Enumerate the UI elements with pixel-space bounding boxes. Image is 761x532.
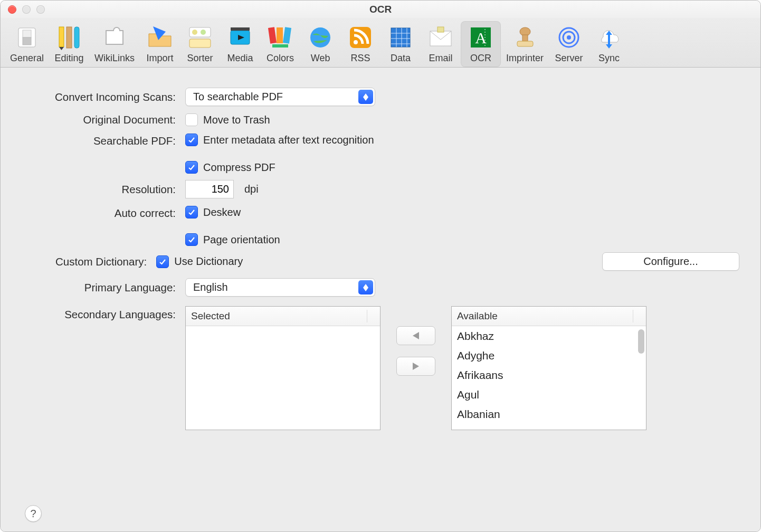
toolbar-item-data[interactable]: Data [380, 21, 421, 67]
popup-arrows-icon [358, 90, 373, 104]
move-to-trash-checkbox[interactable] [185, 113, 198, 126]
svg-marker-40 [606, 44, 612, 49]
list-item[interactable]: Afrikaans [452, 365, 646, 385]
move-right-button[interactable] [396, 357, 435, 376]
label-searchable-pdf: Searchable PDF: [22, 134, 185, 147]
toolbar-item-server[interactable]: Server [549, 21, 589, 67]
list-item[interactable]: Albanian [452, 404, 646, 424]
resolution-unit: dpi [244, 183, 259, 195]
preferences-window: OCR General Editing WikiLinks [0, 0, 761, 532]
switch-icon [12, 24, 42, 51]
svg-marker-41 [363, 93, 368, 97]
label-resolution: Resolution: [22, 183, 185, 196]
deskew-text: Deskew [203, 206, 241, 218]
pencil-ruler-icon [54, 24, 84, 51]
compress-pdf-checkbox[interactable] [185, 161, 198, 174]
toolbar-item-wikilinks[interactable]: WikiLinks [89, 21, 140, 67]
toolbar-item-general[interactable]: General [5, 21, 49, 67]
traffic-lights [1, 5, 45, 14]
list-item[interactable]: Adyghe [452, 346, 646, 365]
svg-rect-6 [74, 27, 79, 48]
toolbar-label: Import [147, 53, 174, 64]
svg-point-20 [354, 40, 358, 44]
toolbar-item-ocr[interactable]: A OCR [461, 21, 501, 67]
list-item[interactable]: Altaic [452, 424, 646, 430]
toolbar-item-import[interactable]: Import [140, 21, 180, 67]
primary-language-popup[interactable]: English [185, 278, 375, 297]
toolbar-item-editing[interactable]: Editing [49, 21, 89, 67]
toolbar-item-email[interactable]: Email [421, 21, 461, 67]
svg-point-38 [567, 35, 571, 40]
toolbar-label: Sorter [187, 53, 213, 64]
toolbar-item-colors[interactable]: Colors [260, 21, 300, 67]
close-window-button[interactable] [8, 5, 16, 14]
available-languages-list[interactable]: Available AbkhazAdygheAfrikaansAgulAlban… [451, 306, 646, 430]
toolbar-item-sync[interactable]: Sync [589, 21, 629, 67]
toolbar-label: Media [227, 53, 253, 64]
toolbar-label: WikiLinks [94, 53, 135, 64]
toolbar-label: Imprinter [506, 53, 544, 64]
toolbar-label: Sync [598, 53, 620, 64]
selected-languages-list[interactable]: Selected [185, 306, 380, 430]
svg-marker-44 [363, 288, 368, 291]
selected-list-header: Selected [186, 307, 380, 326]
svg-rect-35 [517, 41, 533, 46]
svg-marker-46 [413, 363, 419, 370]
label-auto-correct: Auto correct: [22, 206, 185, 220]
label-primary-language: Primary Language: [22, 281, 185, 294]
svg-rect-16 [283, 27, 291, 43]
toolbar-label: Colors [267, 53, 294, 64]
toolbar-label: Data [391, 53, 411, 64]
ocr-icon: A [466, 24, 496, 51]
use-dictionary-checkbox[interactable] [156, 255, 169, 268]
move-to-trash-text: Move to Trash [203, 114, 270, 126]
toolbar-label: Email [429, 53, 453, 64]
configure-button[interactable]: Configure... [602, 252, 739, 271]
label-convert-incoming: Convert Incoming Scans: [22, 91, 185, 103]
svg-rect-17 [272, 44, 288, 48]
enter-metadata-checkbox[interactable] [185, 134, 198, 146]
help-button[interactable]: ? [25, 505, 42, 522]
use-dictionary-text: Use Dictionary [174, 255, 243, 268]
toolbar-label: Web [311, 53, 330, 64]
toolbar-label: OCR [470, 53, 491, 64]
svg-marker-43 [363, 284, 368, 288]
svg-marker-42 [363, 97, 368, 101]
toolbar-item-imprinter[interactable]: Imprinter [501, 21, 549, 67]
move-left-button[interactable] [396, 326, 435, 345]
svg-point-9 [201, 30, 206, 35]
svg-rect-14 [268, 27, 277, 43]
list-item[interactable]: Abkhaz [452, 326, 646, 346]
svg-rect-15 [277, 27, 283, 43]
colors-icon [265, 24, 295, 51]
enter-metadata-text: Enter metadata after text recognition [203, 134, 374, 146]
svg-marker-45 [413, 332, 419, 339]
page-orientation-checkbox[interactable] [185, 233, 198, 246]
svg-rect-21 [391, 28, 410, 47]
envelope-icon [426, 24, 455, 51]
svg-rect-3 [59, 27, 64, 47]
svg-rect-13 [231, 27, 250, 31]
popup-value: To searchable PDF [193, 91, 283, 103]
rss-icon [346, 24, 375, 51]
toolbar-item-rss[interactable]: RSS [340, 21, 380, 67]
label-original-document: Original Document: [22, 113, 185, 126]
toolbar-item-sorter[interactable]: Sorter [180, 21, 220, 67]
server-icon [554, 24, 584, 51]
toolbar-label: Server [555, 53, 583, 64]
toolbar-label: RSS [351, 53, 370, 64]
popup-value: English [193, 281, 228, 293]
page-orientation-text: Page orientation [203, 234, 280, 246]
scrollbar-thumb[interactable] [638, 329, 644, 354]
zoom-window-button[interactable] [36, 5, 45, 14]
toolbar-label: Editing [55, 53, 84, 64]
list-item[interactable]: Agul [452, 385, 646, 404]
puzzle-icon [100, 24, 129, 51]
deskew-checkbox[interactable] [185, 206, 198, 218]
toolbar-item-web[interactable]: Web [300, 21, 340, 67]
convert-incoming-popup[interactable]: To searchable PDF [185, 88, 375, 106]
spreadsheet-icon [386, 24, 415, 51]
minimize-window-button[interactable] [22, 5, 31, 14]
toolbar-item-media[interactable]: Media [220, 21, 260, 67]
resolution-input[interactable] [185, 180, 234, 198]
